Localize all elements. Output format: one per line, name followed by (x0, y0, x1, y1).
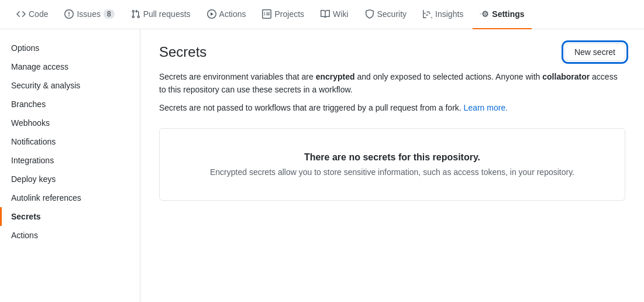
nav-security-label: Security (377, 9, 407, 19)
nav-pullrequests-label: Pull requests (143, 9, 191, 19)
issues-icon (64, 9, 74, 19)
sidebar-item-branches[interactable]: Branches (0, 95, 140, 114)
sidebar-item-options[interactable]: Options (0, 39, 140, 57)
description-line2: Secrets are not passed to workflows that… (159, 101, 625, 114)
security-icon (365, 9, 374, 19)
sidebar-item-secrets[interactable]: Secrets (0, 207, 140, 226)
new-secret-button[interactable]: New secret (564, 43, 625, 61)
empty-state-box: There are no secrets for this repository… (159, 128, 625, 201)
sidebar-item-deploy-keys[interactable]: Deploy keys (0, 170, 140, 188)
sidebar-item-integrations[interactable]: Integrations (0, 151, 140, 170)
pullrequest-icon (131, 9, 140, 19)
description-line1: Secrets are environment variables that a… (159, 70, 625, 97)
wiki-icon (321, 9, 330, 19)
code-icon (16, 9, 26, 19)
page-header: Secrets New secret (159, 43, 625, 61)
nav-code-label: Code (29, 9, 48, 19)
insights-icon (423, 9, 432, 19)
nav-security[interactable]: Security (358, 0, 414, 29)
nav-settings[interactable]: ⚙ Settings (473, 0, 531, 29)
page-title: Secrets (159, 44, 206, 60)
sidebar-item-webhooks[interactable]: Webhooks (0, 114, 140, 132)
learn-more-link[interactable]: Learn more. (464, 103, 508, 112)
sidebar-item-actions[interactable]: Actions (0, 226, 140, 245)
sidebar-item-manage-access[interactable]: Manage access (0, 57, 140, 76)
nav-settings-label: Settings (492, 9, 524, 19)
nav-insights[interactable]: Insights (416, 0, 470, 29)
sidebar-item-autolink-references[interactable]: Autolink references (0, 188, 140, 207)
actions-icon (207, 9, 216, 19)
nav-issues[interactable]: Issues 8 (57, 0, 121, 29)
nav-actions-label: Actions (219, 9, 246, 19)
top-navigation: Code Issues 8 Pull requests Actions (0, 0, 644, 29)
nav-projects[interactable]: Projects (255, 0, 311, 29)
bold-collaborator: collaborator (542, 72, 590, 81)
empty-state-description: Encrypted secrets allow you to store sen… (174, 167, 611, 177)
nav-issues-label: Issues (77, 9, 100, 19)
sidebar-item-notifications[interactable]: Notifications (0, 132, 140, 151)
nav-code[interactable]: Code (9, 0, 55, 29)
nav-wiki[interactable]: Wiki (314, 0, 355, 29)
nav-projects-label: Projects (274, 9, 304, 19)
nav-actions[interactable]: Actions (200, 0, 253, 29)
settings-icon: ⚙ (480, 9, 489, 19)
bold-encrypted: encrypted (316, 72, 355, 81)
nav-pullrequests[interactable]: Pull requests (124, 0, 198, 29)
page-layout: Options Manage access Security & analysi… (0, 29, 644, 302)
nav-insights-label: Insights (435, 9, 463, 19)
issues-badge: 8 (104, 9, 115, 19)
empty-state-title: There are no secrets for this repository… (174, 152, 611, 163)
main-content: Secrets New secret Secrets are environme… (140, 29, 644, 302)
nav-wiki-label: Wiki (333, 9, 348, 19)
sidebar-item-security-analysis[interactable]: Security & analysis (0, 76, 140, 95)
sidebar: Options Manage access Security & analysi… (0, 29, 140, 302)
projects-icon (262, 9, 271, 19)
